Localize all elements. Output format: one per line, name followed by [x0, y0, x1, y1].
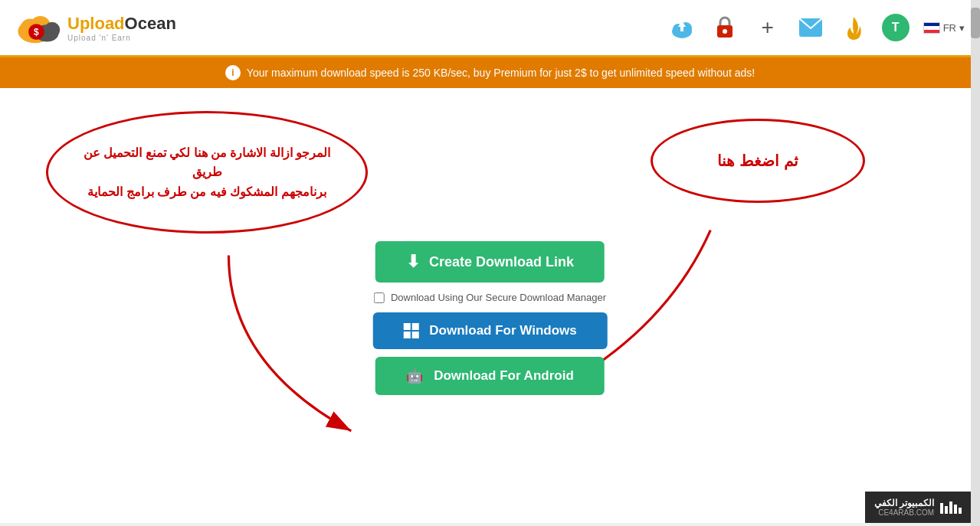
- watermark-label: الكمبيوتر الكفي: [874, 498, 934, 508]
- watermark-logo: [940, 501, 962, 514]
- create-download-link-button[interactable]: ⬇ Create Download Link: [375, 241, 605, 283]
- watermark-text: الكمبيوتر الكفي CE4ARAB.COM: [874, 498, 934, 517]
- svg-point-13: [723, 29, 727, 34]
- watermark-site: CE4ARAB.COM: [874, 508, 934, 517]
- lang-arrow: ▾: [959, 22, 965, 34]
- download-icon: ⬇: [406, 252, 420, 272]
- download-android-button[interactable]: 🤖 Download For Android: [375, 357, 605, 395]
- mail-icon[interactable]: [796, 13, 825, 42]
- secure-download-label: Download Using Our Secure Download Manag…: [391, 292, 606, 303]
- info-message: Your maximum download speed is 250 KB/se…: [247, 67, 755, 79]
- logo-text: UploadOcean Upload 'n' Earn: [67, 14, 176, 42]
- download-android-label: Download For Android: [434, 368, 574, 384]
- secure-download-checkbox[interactable]: [374, 292, 385, 303]
- add-icon[interactable]: +: [753, 13, 782, 42]
- user-avatar[interactable]: T: [882, 14, 910, 41]
- oval-right-annotation: ثم اضغط هنا: [651, 119, 865, 203]
- download-windows-label: Download For Windows: [429, 323, 577, 338]
- logo-tagline: Upload 'n' Earn: [67, 34, 176, 42]
- language-selector[interactable]: FR ▾: [923, 22, 965, 34]
- lock-icon[interactable]: [710, 13, 739, 42]
- info-bar: i Your maximum download speed is 250 KB/…: [0, 57, 980, 88]
- fire-icon[interactable]: [839, 13, 868, 42]
- android-icon: 🤖: [406, 368, 423, 384]
- download-windows-button[interactable]: Download For Windows: [372, 312, 608, 349]
- header: $ UploadOcean Upload 'n' Earn: [0, 0, 980, 57]
- lang-flag: [923, 22, 940, 34]
- scrollbar[interactable]: [971, 0, 980, 526]
- oval-left-text: المرجو ازالة الاشارة من هنا لكي تمنع الت…: [71, 143, 343, 202]
- buttons-area: ⬇ Create Download Link Download Using Ou…: [372, 241, 608, 395]
- watermark-bars: [940, 501, 962, 514]
- nav-icons: + T FR ▾: [667, 13, 965, 42]
- upload-cloud-icon[interactable]: [667, 13, 696, 42]
- oval-right-text: ثم اضغط هنا: [717, 152, 798, 170]
- lang-label: FR: [943, 22, 956, 34]
- create-download-link-label: Create Download Link: [429, 254, 574, 270]
- watermark: الكمبيوتر الكفي CE4ARAB.COM: [865, 492, 971, 523]
- svg-text:$: $: [34, 26, 39, 37]
- scrollbar-thumb[interactable]: [971, 8, 980, 38]
- logo-area[interactable]: $ UploadOcean Upload 'n' Earn: [15, 7, 176, 49]
- svg-point-4: [44, 21, 61, 38]
- main-content: المرجو ازالة الاشارة من هنا لكي تمنع الت…: [0, 88, 980, 523]
- windows-icon: [403, 323, 418, 338]
- logo-icon: $: [15, 7, 61, 49]
- oval-left-annotation: المرجو ازالة الاشارة من هنا لكي تمنع الت…: [46, 111, 368, 234]
- secure-download-checkbox-area[interactable]: Download Using Our Secure Download Manag…: [374, 292, 606, 303]
- logo-name: UploadOcean: [67, 14, 176, 34]
- svg-rect-11: [680, 27, 683, 31]
- info-icon: i: [225, 65, 241, 80]
